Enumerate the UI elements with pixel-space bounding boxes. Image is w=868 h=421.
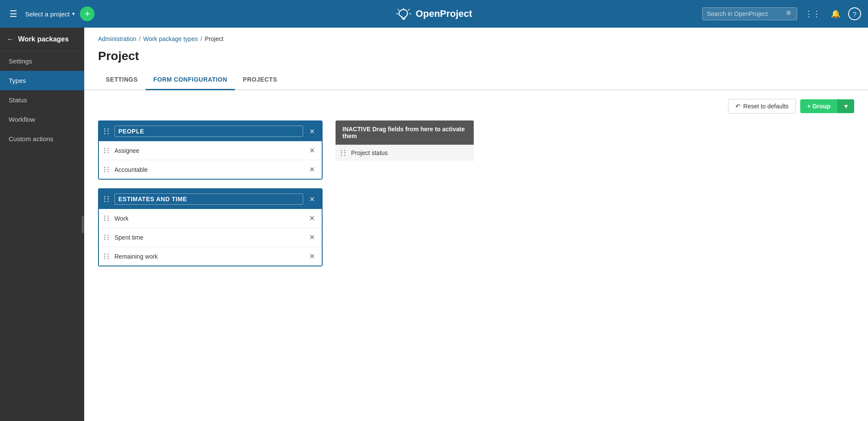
inactive-item-project-status[interactable]: Project status — [336, 145, 474, 161]
sidebar-item-settings[interactable]: Settings — [0, 51, 84, 71]
active-groups-column: ✕ Assignee ✕ — [98, 120, 323, 266]
grid-icon[interactable]: ⋮⋮ — [802, 6, 823, 21]
field-assignee-label: Assignee — [114, 147, 303, 154]
add-project-button[interactable]: + — [80, 6, 95, 21]
sidebar-item-custom-actions[interactable]: Custom actions — [0, 129, 84, 149]
field-work-label: Work — [114, 215, 303, 222]
group-people-header: ✕ — [99, 121, 322, 141]
field-accountable-drag-handle[interactable] — [104, 167, 110, 173]
inactive-column: INACTIVE Drag fields from here to activa… — [336, 120, 474, 161]
field-remaining-work-drag-handle[interactable] — [104, 253, 110, 260]
field-remaining-work: Remaining work ✕ — [99, 247, 322, 266]
group-estimates-drag-handle[interactable] — [104, 196, 110, 202]
inactive-panel: INACTIVE Drag fields from here to activa… — [336, 120, 474, 161]
inactive-item-project-status-label: Project status — [351, 149, 388, 156]
top-navigation: ☰ Select a project ▾ + OpenProject 🔍 ⋮⋮ … — [0, 0, 868, 28]
field-spent-time: Spent time ✕ — [99, 228, 322, 247]
reset-defaults-label: Reset to defaults — [743, 103, 789, 110]
group-people-title-input[interactable] — [114, 126, 303, 137]
sidebar-back[interactable]: ← Work packages — [0, 28, 84, 51]
sidebar-item-types-label: Types — [9, 77, 26, 84]
add-group-dropdown-button[interactable]: ▼ — [837, 99, 854, 113]
tabs-bar: SETTINGS FORM CONFIGURATION PROJECTS — [84, 70, 868, 90]
field-spent-time-drag-handle[interactable] — [104, 234, 110, 241]
tab-projects[interactable]: PROJECTS — [235, 70, 285, 90]
field-assignee-drag-handle[interactable] — [104, 148, 110, 154]
sidebar-item-workflow-label: Workflow — [9, 116, 35, 123]
group-estimates: ✕ Work ✕ — [98, 188, 323, 266]
add-group-button[interactable]: + Group — [800, 99, 837, 113]
field-accountable: Accountable ✕ — [99, 160, 322, 179]
group-estimates-header: ✕ — [99, 189, 322, 209]
page-title: Project — [84, 46, 868, 70]
search-icon: 🔍 — [786, 10, 793, 17]
sidebar-item-types[interactable]: Types — [0, 71, 84, 90]
breadcrumb-sep-1: / — [139, 35, 141, 42]
inactive-item-drag-handle[interactable] — [341, 150, 347, 156]
add-group-btn-group: + Group ▼ — [800, 99, 854, 113]
field-spent-time-remove-button[interactable]: ✕ — [307, 232, 317, 242]
logo-icon — [396, 8, 412, 20]
sidebar-item-settings-label: Settings — [9, 57, 32, 65]
breadcrumb-work-package-types[interactable]: Work package types — [143, 35, 198, 42]
field-work-remove-button[interactable]: ✕ — [307, 213, 317, 223]
notifications-icon[interactable]: 🔔 — [828, 6, 843, 21]
reset-defaults-button[interactable]: ↶ Reset to defaults — [728, 99, 796, 114]
sidebar: ← Work packages Settings Types Status Wo… — [0, 28, 84, 421]
breadcrumb: Administration / Work package types / Pr… — [84, 28, 868, 46]
toolbar: ↶ Reset to defaults + Group ▼ — [84, 90, 868, 120]
form-area: ✕ Assignee ✕ — [84, 120, 868, 280]
group-estimates-close-button[interactable]: ✕ — [307, 194, 317, 204]
field-spent-time-label: Spent time — [114, 234, 303, 241]
hamburger-icon[interactable]: ☰ — [7, 6, 20, 22]
tab-settings[interactable]: SETTINGS — [98, 70, 146, 90]
field-assignee-remove-button[interactable]: ✕ — [307, 146, 317, 155]
nav-right: 🔍 ⋮⋮ 🔔 ? — [702, 6, 861, 21]
field-accountable-remove-button[interactable]: ✕ — [307, 165, 317, 174]
field-assignee: Assignee ✕ — [99, 141, 322, 160]
project-select-arrow: ▾ — [72, 11, 75, 17]
main-content: Administration / Work package types / Pr… — [84, 28, 868, 421]
group-people: ✕ Assignee ✕ — [98, 120, 323, 180]
sidebar-item-status[interactable]: Status — [0, 90, 84, 110]
breadcrumb-sep-2: / — [200, 35, 202, 42]
group-people-close-button[interactable]: ✕ — [307, 127, 317, 136]
project-select[interactable]: Select a project ▾ — [25, 10, 75, 18]
main-layout: ← Work packages Settings Types Status Wo… — [0, 28, 868, 421]
field-remaining-work-remove-button[interactable]: ✕ — [307, 251, 317, 261]
field-work-drag-handle[interactable] — [104, 215, 110, 222]
sidebar-section-title: Work packages — [18, 35, 69, 43]
group-people-drag-handle[interactable] — [104, 128, 110, 134]
breadcrumb-current: Project — [205, 35, 224, 42]
reset-icon: ↶ — [735, 103, 741, 110]
group-estimates-title-input[interactable] — [114, 193, 303, 205]
search-input[interactable] — [707, 10, 782, 17]
logo-text: OpenProject — [416, 8, 472, 19]
field-remaining-work-label: Remaining work — [114, 253, 303, 260]
search-box[interactable]: 🔍 — [702, 7, 797, 20]
inactive-header: INACTIVE Drag fields from here to activa… — [336, 120, 474, 145]
inactive-header-text: INACTIVE Drag fields from here to activa… — [342, 126, 465, 139]
field-work: Work ✕ — [99, 209, 322, 228]
sidebar-item-custom-actions-label: Custom actions — [9, 135, 53, 142]
field-accountable-label: Accountable — [114, 166, 303, 173]
breadcrumb-administration[interactable]: Administration — [98, 35, 136, 42]
back-arrow-icon: ← — [7, 35, 14, 43]
tab-form-configuration[interactable]: FORM CONFIGURATION — [146, 70, 235, 90]
sidebar-item-status-label: Status — [9, 96, 27, 104]
project-select-label: Select a project — [25, 10, 70, 18]
sidebar-resize-handle[interactable] — [82, 216, 84, 233]
help-icon[interactable]: ? — [848, 7, 861, 20]
sidebar-item-workflow[interactable]: Workflow — [0, 110, 84, 129]
app-logo: OpenProject — [396, 8, 472, 20]
